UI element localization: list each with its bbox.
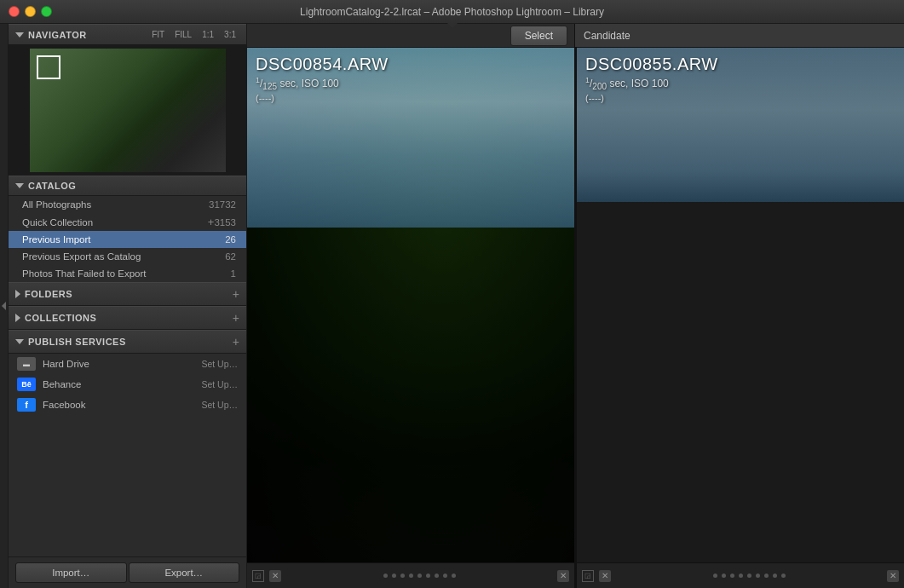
publish-services-list: ▬ Hard Drive Set Up… Bē Behance Set Up… …: [9, 354, 246, 415]
behance-setup[interactable]: Set Up…: [201, 379, 238, 389]
folders-toggle-icon: [15, 290, 20, 298]
collapse-arrow-icon: [2, 302, 6, 310]
film-dot: [443, 574, 447, 578]
film-dot: [747, 574, 751, 578]
compare-header: Select Candidate: [247, 24, 904, 48]
catalog-previous-export-count: 62: [225, 251, 236, 262]
panel-bottom-buttons: Import… Export…: [9, 556, 246, 588]
window-controls: [9, 6, 52, 17]
right-photo-info: DSC00855.ARW 1/200 sec, ISO 100 (----): [585, 55, 718, 103]
service-behance[interactable]: Bē Behance Set Up…: [9, 374, 246, 395]
left-shutter-numerator: 1: [256, 76, 260, 84]
film-dot: [730, 574, 734, 578]
collections-title: Collections: [25, 313, 233, 323]
left-panel-handle[interactable]: [0, 24, 9, 588]
left-photo-rating: (----): [256, 93, 389, 103]
film-dot: [739, 574, 743, 578]
filmstrip-right: ◲ ✕ ✕: [574, 563, 904, 588]
collections-add-icon[interactable]: +: [233, 311, 239, 325]
nav-3to1-btn[interactable]: 3:1: [221, 29, 239, 40]
maximize-button[interactable]: [41, 6, 52, 17]
right-iso: ISO 100: [631, 78, 669, 89]
filmstrip-right-end-x[interactable]: ✕: [887, 570, 899, 582]
navigator-preview: [9, 45, 246, 176]
publish-services-add-icon[interactable]: +: [233, 335, 239, 349]
select-panel: Select: [247, 24, 574, 47]
left-panel: Navigator FIT FILL 1:1 3:1 Catalog All P…: [9, 24, 247, 588]
left-photo-exposure: 1/125 sec, ISO 100: [256, 76, 389, 91]
behance-label: Behance: [43, 379, 194, 389]
film-dot: [392, 574, 396, 578]
content-area: Select Candidate DSC00854.ARW 1/125 sec,…: [247, 24, 904, 588]
right-photo-canvas: DSC00855.ARW 1/200 sec, ISO 100 (----): [577, 48, 904, 562]
film-dot: [409, 574, 413, 578]
navigator-selector[interactable]: [37, 55, 60, 79]
filmstrip-left-end-x[interactable]: ✕: [557, 570, 569, 582]
right-shutter-numerator: 1: [585, 76, 590, 84]
filmstrip-left: ◲ ✕ ✕: [247, 563, 574, 588]
navigator-image: [30, 49, 226, 172]
service-hard-drive[interactable]: ▬ Hard Drive Set Up…: [9, 354, 246, 374]
hard-drive-setup[interactable]: Set Up…: [201, 359, 238, 369]
filmstrip-left-corner[interactable]: ◲: [252, 570, 264, 582]
nav-1to1-btn[interactable]: 1:1: [199, 29, 217, 40]
film-dot: [764, 574, 769, 578]
catalog-photos-failed[interactable]: Photos That Failed to Export 1: [9, 265, 246, 282]
folders-header[interactable]: Folders +: [9, 282, 246, 306]
catalog-header[interactable]: Catalog: [9, 176, 246, 196]
film-dot: [722, 574, 726, 578]
collections-header[interactable]: Collections +: [9, 306, 246, 330]
film-dot: [713, 574, 717, 578]
right-photo-exposure: 1/200 sec, ISO 100: [585, 76, 718, 91]
filmstrip-right-close[interactable]: ✕: [599, 570, 611, 582]
service-facebook[interactable]: f Facebook Set Up…: [9, 395, 246, 415]
right-photo-filename: DSC00855.ARW: [585, 55, 718, 74]
right-photo-panel[interactable]: DSC00855.ARW 1/200 sec, ISO 100 (----): [574, 48, 904, 562]
catalog-items: All Photographs 31732 Quick Collection +…: [9, 196, 246, 282]
facebook-label: Facebook: [43, 400, 194, 410]
quick-collection-plus-icon: +: [208, 216, 215, 228]
film-dot: [435, 574, 439, 578]
candidate-panel: Candidate: [574, 24, 904, 47]
film-dot: [773, 574, 777, 578]
right-photo-rating: (----): [585, 93, 718, 103]
filmstrip-left-close[interactable]: ✕: [269, 570, 281, 582]
left-photo-info: DSC00854.ARW 1/125 sec, ISO 100 (----): [256, 55, 389, 103]
film-dot: [756, 574, 760, 578]
navigator-header[interactable]: Navigator FIT FILL 1:1 3:1: [9, 24, 246, 45]
nav-fill-btn[interactable]: FILL: [171, 29, 195, 40]
minimize-button[interactable]: [25, 6, 36, 17]
film-dot: [452, 574, 456, 578]
close-button[interactable]: [9, 6, 20, 17]
behance-icon: Bē: [17, 378, 36, 391]
left-photo-panel[interactable]: DSC00854.ARW 1/125 sec, ISO 100 (----): [247, 48, 574, 562]
candidate-label: Candidate: [584, 30, 630, 42]
catalog-previous-export-label: Previous Export as Catalog: [22, 251, 225, 262]
film-dot: [383, 574, 388, 578]
facebook-setup[interactable]: Set Up…: [201, 400, 238, 410]
publish-services-header[interactable]: Publish Services +: [9, 330, 246, 354]
catalog-previous-export[interactable]: Previous Export as Catalog 62: [9, 248, 246, 265]
catalog-all-photographs[interactable]: All Photographs 31732: [9, 196, 246, 213]
filmstrip-right-dots: [611, 574, 887, 578]
left-photo-filename: DSC00854.ARW: [256, 55, 389, 74]
catalog-quick-collection-label: Quick Collection: [22, 217, 204, 228]
film-dot: [417, 574, 422, 578]
film-dot: [426, 574, 430, 578]
catalog-all-photographs-label: All Photographs: [22, 199, 209, 210]
export-button[interactable]: Export…: [129, 562, 240, 583]
catalog-previous-import-count: 26: [225, 234, 236, 245]
filmstrip-right-corner[interactable]: ◲: [582, 570, 594, 582]
catalog-previous-import[interactable]: Previous Import 26: [9, 231, 246, 248]
select-button[interactable]: Select: [510, 26, 567, 46]
film-dot: [781, 574, 786, 578]
film-dot: [400, 574, 405, 578]
import-button[interactable]: Import…: [15, 562, 127, 583]
nav-fit-btn[interactable]: FIT: [148, 29, 168, 40]
catalog-quick-collection[interactable]: Quick Collection + 3153: [9, 213, 246, 231]
title-bar: LightroomCatalog-2-2.lrcat – Adobe Photo…: [0, 0, 904, 24]
left-photo-canvas: DSC00854.ARW 1/125 sec, ISO 100 (----): [247, 48, 574, 562]
folders-add-icon[interactable]: +: [233, 287, 239, 301]
right-shutter-denominator: 200: [592, 82, 607, 91]
navigator-toggle-icon: [15, 32, 24, 37]
